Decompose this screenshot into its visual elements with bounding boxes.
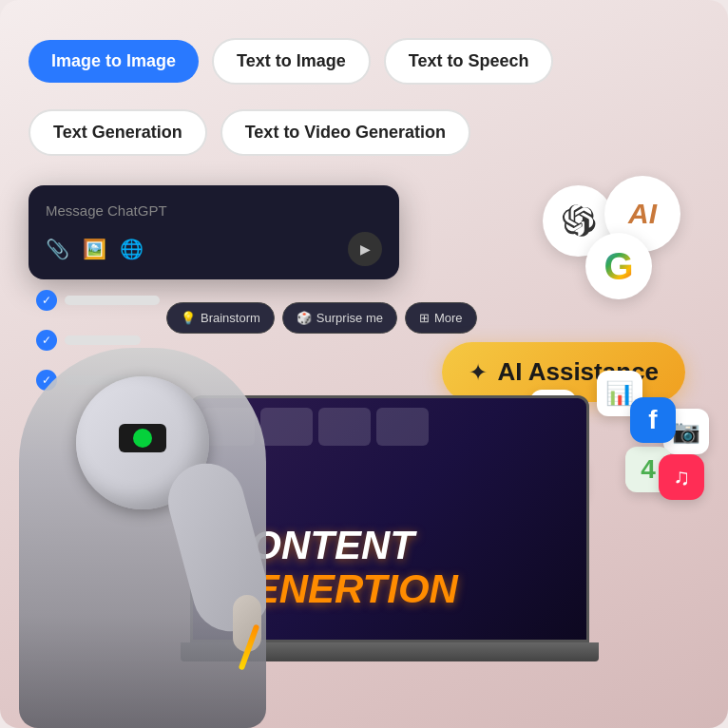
pills-row-1: Image to Image Text to Image Text to Spe… — [29, 38, 553, 85]
surprise-me-button[interactable]: 🎲 Surprise me — [282, 302, 397, 334]
google-logo: G — [585, 233, 652, 299]
brainstorm-label: Brainstorm — [201, 311, 260, 325]
screen-card-3 — [318, 408, 371, 446]
chat-placeholder-text: Message ChatGPT — [46, 202, 382, 219]
screen-card-2 — [260, 408, 313, 446]
pill-image-to-image[interactable]: Image to Image — [29, 40, 199, 83]
brainstorm-icon: 💡 — [181, 311, 196, 325]
pill-text-to-image[interactable]: Text to Image — [212, 38, 371, 85]
check-item-1: ✓ — [36, 290, 160, 311]
anthropic-text: AI — [628, 198, 657, 230]
mic-icon: ▶ — [360, 241, 371, 257]
music-float-icon: ♫ — [659, 454, 704, 500]
more-button[interactable]: ⊞ More — [405, 302, 477, 334]
more-icon: ⊞ — [419, 311, 430, 325]
surprise-me-label: Surprise me — [316, 311, 383, 325]
surprise-icon: 🎲 — [297, 311, 312, 325]
mic-button[interactable]: ▶ — [348, 232, 382, 266]
check-circle-1: ✓ — [36, 290, 57, 311]
main-container: Image to Image Text to Image Text to Spe… — [0, 0, 728, 728]
more-label: More — [434, 311, 463, 325]
robot-figure — [0, 329, 266, 728]
chat-icons-row: 📎 🖼️ 🌐 ▶ — [46, 232, 382, 266]
google-g-text: G — [603, 245, 633, 288]
attach-icon[interactable]: 📎 — [46, 238, 69, 260]
sparkle-icon: ✦ — [469, 359, 488, 386]
image-icon[interactable]: 🖼️ — [83, 238, 106, 260]
chat-panel: Message ChatGPT 📎 🖼️ 🌐 ▶ — [29, 185, 399, 279]
pill-text-generation[interactable]: Text Generation — [29, 109, 207, 156]
facebook-float-icon: f — [630, 397, 676, 443]
pill-text-to-video[interactable]: Text to Video Generation — [220, 109, 470, 156]
check-line-1 — [65, 296, 160, 305]
chat-icons-left: 📎 🖼️ 🌐 — [46, 238, 144, 260]
robot-eye — [119, 424, 166, 452]
screen-card-4 — [376, 408, 429, 446]
pill-text-to-speech[interactable]: Text to Speech — [384, 38, 554, 85]
pills-row-2: Text Generation Text to Video Generation — [29, 109, 470, 156]
robot-eye-glow — [133, 429, 152, 448]
globe-icon[interactable]: 🌐 — [120, 238, 144, 260]
